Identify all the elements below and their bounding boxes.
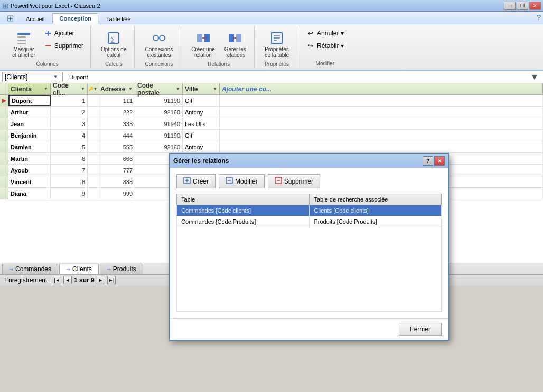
flag-dropdown[interactable]: ▼ (93, 87, 98, 91)
table-row[interactable]: Arthur 2 222 92160 Antony (0, 107, 543, 118)
cell-postal[interactable]: 91190 (135, 95, 183, 106)
cell-postal[interactable]: 92160 (135, 141, 183, 152)
code-dropdown[interactable]: ▼ (81, 87, 85, 91)
tab-conception[interactable]: Conception (52, 13, 98, 24)
row-indicator (0, 141, 8, 152)
cell-addr[interactable]: 444 (98, 130, 135, 141)
dialog-close-button[interactable]: ✕ (434, 156, 445, 166)
cell-name[interactable]: Jean (8, 118, 51, 129)
creer-relation-button[interactable]: Créer unerelation (188, 27, 218, 60)
gerer-relations-button[interactable]: Gérer lesrelations (221, 27, 250, 60)
cell-code[interactable]: 9 (51, 188, 88, 199)
cell-code[interactable]: 8 (51, 176, 88, 187)
maximize-button[interactable]: ❐ (517, 2, 528, 10)
ribbon-group-modifier: ↩ Annuler ▾ ↪ Rétablir ▾ Modifier (299, 26, 351, 68)
cell-ville[interactable]: Gif (183, 95, 220, 106)
annuler-button[interactable]: ↩ Annuler ▾ (304, 27, 347, 39)
cell-ville[interactable]: Antony (183, 141, 220, 152)
modifier-btn-label: Modifier (235, 178, 258, 185)
tab-table-liee[interactable]: Table liée (99, 14, 137, 24)
cell-name[interactable]: Benjamin (8, 130, 51, 141)
cell-ville[interactable]: Antony (183, 107, 220, 118)
cell-postal[interactable]: 91190 (135, 130, 183, 141)
cell-addr[interactable]: 333 (98, 118, 135, 129)
cell-addr[interactable]: 999 (98, 188, 135, 199)
adresse-dropdown[interactable]: ▼ (128, 87, 133, 91)
supprimer-button[interactable]: Supprimer (41, 40, 86, 52)
ajouter-icon (44, 29, 52, 37)
dialog-fermer-button[interactable]: Fermer (399, 323, 442, 336)
tab-accueil[interactable]: Accueil (19, 14, 51, 24)
cell-code[interactable]: 2 (51, 107, 88, 118)
dialog-modifier-button[interactable]: Modifier (219, 174, 265, 188)
retablir-button[interactable]: ↪ Rétablir ▾ (304, 40, 347, 52)
cell-flag (88, 95, 98, 106)
cell-code[interactable]: 3 (51, 118, 88, 129)
postal-dropdown[interactable]: ▼ (176, 87, 180, 91)
help-icon[interactable]: ? (537, 13, 541, 22)
table-row[interactable]: Damien 5 555 92160 Antony (0, 141, 543, 153)
cell-addr[interactable]: 555 (98, 141, 135, 152)
cell-name[interactable]: Ayoub (8, 165, 51, 176)
cell-addr[interactable]: 222 (98, 107, 135, 118)
field-dropdown[interactable]: [Clients] ▼ (2, 72, 60, 82)
cell-ville[interactable]: Les Ulis (183, 118, 220, 129)
cell-addr[interactable]: 111 (98, 95, 135, 106)
nav-prev-button[interactable]: ◄ (63, 276, 72, 284)
ville-dropdown[interactable]: ▼ (213, 87, 217, 91)
cell-name[interactable]: Dupont (8, 95, 51, 106)
cell-code[interactable]: 6 (51, 153, 88, 164)
cell-code[interactable]: 1 (51, 95, 88, 106)
cell-addr[interactable]: 888 (98, 176, 135, 187)
cell-flag (88, 188, 98, 199)
dialog-footer: Fermer (170, 318, 448, 340)
table-row[interactable]: Benjamin 4 444 91190 Gif (0, 130, 543, 141)
gerer-relations-label: Gérer lesrelations (224, 46, 246, 58)
colonnes-small-btns: Ajouter Supprimer (41, 27, 86, 52)
cell-postal[interactable]: 91940 (135, 118, 183, 129)
connexions-existantes-button[interactable]: Connexionsexistantes (141, 27, 176, 60)
cell-add (220, 95, 543, 106)
relation-row-2[interactable]: Commandes [Code Produits] Produits [Code… (177, 216, 442, 227)
table-row[interactable]: ▶ Dupont 1 111 91190 Gif (0, 95, 543, 107)
row-indicator: ▶ (0, 95, 8, 106)
cell-addr[interactable]: 666 (98, 153, 135, 164)
title-bar-controls: — ❐ ✕ (504, 2, 541, 10)
options-calcul-button[interactable]: ∑ Options decalcul (97, 27, 130, 60)
ajouter-button[interactable]: Ajouter (41, 27, 86, 39)
cell-code[interactable]: 4 (51, 130, 88, 141)
sheet-tab-produits[interactable]: ⇒ Produits (100, 264, 143, 274)
sheet-tab-commandes[interactable]: ⇒ Commandes (2, 264, 58, 274)
nav-next-button[interactable]: ► (97, 276, 105, 284)
cell-name[interactable]: Martin (8, 153, 51, 164)
cell-flag (88, 107, 98, 118)
cell-ville[interactable]: Gif (183, 130, 220, 141)
cell-name[interactable]: Arthur (8, 107, 51, 118)
nav-last-button[interactable]: ►| (107, 276, 116, 284)
commandes-link-icon: ⇒ (9, 266, 13, 272)
dialog-help-button[interactable]: ? (423, 156, 433, 166)
cell-addr[interactable]: 777 (98, 165, 135, 176)
cell-name[interactable]: Diana (8, 188, 51, 199)
table-row[interactable]: Jean 3 333 91940 Les Ulis (0, 118, 543, 130)
proprietes-table-button[interactable]: Propriétésde la table (261, 27, 293, 60)
cell-code[interactable]: 7 (51, 165, 88, 176)
relation-row-1[interactable]: Commandes [Code clients] Clients [Code c… (177, 205, 442, 216)
cell-name[interactable]: Damien (8, 141, 51, 152)
close-button[interactable]: ✕ (529, 2, 541, 10)
nav-first-button[interactable]: |◄ (53, 276, 61, 284)
cell-name[interactable]: Vincent (8, 176, 51, 187)
masquer-afficher-button[interactable]: Masqueret afficher (8, 27, 39, 60)
dialog-creer-button[interactable]: Créer (176, 174, 216, 188)
clients-dropdown[interactable]: ▼ (44, 87, 48, 91)
creer-relation-label: Créer unerelation (191, 46, 214, 58)
proprietes-icon (268, 30, 285, 46)
minimize-button[interactable]: — (504, 2, 516, 10)
cell-code[interactable]: 5 (51, 141, 88, 152)
cell-postal[interactable]: 92160 (135, 107, 183, 118)
dialog-supprimer-button[interactable]: Supprimer (268, 174, 320, 188)
sheet-tab-clients[interactable]: ⇒ Clients (59, 264, 99, 274)
gerer-relations-icon (227, 30, 244, 46)
formula-expand-icon[interactable]: ▼ (530, 72, 541, 82)
row-indicator (0, 153, 8, 164)
